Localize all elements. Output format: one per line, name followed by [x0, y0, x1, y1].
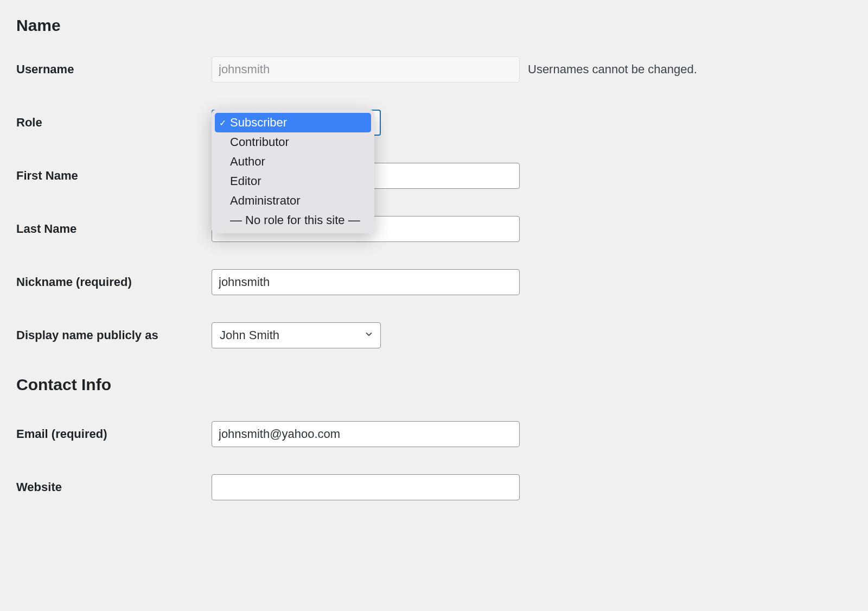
- display-name-label: Display name publicly as: [16, 328, 212, 342]
- role-option-label: Administrator: [230, 194, 301, 208]
- contact-section-heading: Contact Info: [16, 375, 852, 394]
- last-name-label: Last Name: [16, 222, 212, 236]
- role-dropdown[interactable]: ✓ Subscriber Contributor Author Editor A…: [212, 110, 374, 233]
- display-name-value: John Smith: [220, 328, 279, 342]
- website-input[interactable]: [212, 474, 520, 500]
- role-option-editor[interactable]: Editor: [215, 171, 371, 191]
- nickname-input[interactable]: [212, 269, 520, 295]
- role-option-administrator[interactable]: Administrator: [215, 191, 371, 211]
- username-input: [212, 56, 520, 82]
- role-option-subscriber[interactable]: ✓ Subscriber: [215, 113, 371, 132]
- role-option-no-role[interactable]: — No role for this site —: [215, 211, 371, 230]
- role-option-label: — No role for this site —: [230, 213, 360, 227]
- username-label: Username: [16, 62, 212, 77]
- first-name-label: First Name: [16, 169, 212, 183]
- role-option-label: Subscriber: [230, 116, 287, 130]
- email-input[interactable]: [212, 421, 520, 447]
- role-option-contributor[interactable]: Contributor: [215, 132, 371, 152]
- role-option-label: Editor: [230, 174, 261, 188]
- role-label: Role: [16, 116, 212, 130]
- chevron-down-icon: [364, 328, 374, 342]
- check-icon: ✓: [219, 118, 226, 128]
- website-label: Website: [16, 480, 212, 494]
- email-label: Email (required): [16, 427, 212, 441]
- name-section-heading: Name: [16, 16, 852, 35]
- role-option-label: Contributor: [230, 135, 289, 149]
- role-option-label: Author: [230, 155, 265, 169]
- role-option-author[interactable]: Author: [215, 152, 371, 171]
- username-hint: Usernames cannot be changed.: [528, 62, 697, 77]
- display-name-select[interactable]: John Smith: [212, 322, 381, 348]
- nickname-label: Nickname (required): [16, 275, 212, 289]
